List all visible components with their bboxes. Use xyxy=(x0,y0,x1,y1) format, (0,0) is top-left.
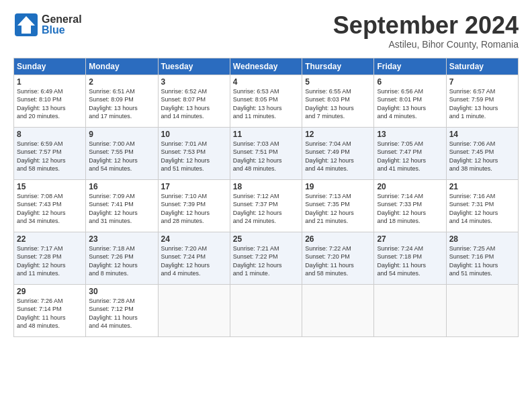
table-row: 23Sunrise: 7:18 AM Sunset: 7:26 PM Dayli… xyxy=(86,232,158,284)
day-number: 21 xyxy=(449,182,515,191)
day-info: Sunrise: 7:28 AM Sunset: 7:12 PM Dayligh… xyxy=(89,297,154,330)
day-number: 25 xyxy=(233,234,299,244)
table-row: 15Sunrise: 7:08 AM Sunset: 7:43 PM Dayli… xyxy=(14,179,86,232)
table-row: 6Sunrise: 6:56 AM Sunset: 8:01 PM Daylig… xyxy=(374,75,446,127)
day-number: 6 xyxy=(377,77,443,87)
table-row: 8Sunrise: 6:59 AM Sunset: 7:57 PM Daylig… xyxy=(14,127,86,179)
calendar-week-row: 15Sunrise: 7:08 AM Sunset: 7:43 PM Dayli… xyxy=(14,179,519,232)
day-number: 16 xyxy=(89,182,154,191)
table-row: 9Sunrise: 7:00 AM Sunset: 7:55 PM Daylig… xyxy=(86,127,158,179)
day-number: 13 xyxy=(377,130,443,139)
col-sunday: Sunday xyxy=(14,58,86,75)
day-number: 28 xyxy=(449,234,515,244)
logo-blue-text: Blue xyxy=(42,25,82,36)
table-row: 22Sunrise: 7:17 AM Sunset: 7:28 PM Dayli… xyxy=(14,232,86,284)
day-info: Sunrise: 6:49 AM Sunset: 8:10 PM Dayligh… xyxy=(17,87,83,121)
day-number: 27 xyxy=(377,234,443,244)
day-info: Sunrise: 7:25 AM Sunset: 7:16 PM Dayligh… xyxy=(449,244,515,278)
day-info: Sunrise: 7:10 AM Sunset: 7:39 PM Dayligh… xyxy=(161,192,227,226)
day-number: 26 xyxy=(305,234,371,244)
day-number: 29 xyxy=(17,287,83,296)
table-row: 29Sunrise: 7:26 AM Sunset: 7:14 PM Dayli… xyxy=(14,284,86,336)
table-row: 27Sunrise: 7:24 AM Sunset: 7:18 PM Dayli… xyxy=(374,232,446,284)
calendar-week-row: 1Sunrise: 6:49 AM Sunset: 8:10 PM Daylig… xyxy=(14,75,519,127)
day-info: Sunrise: 6:52 AM Sunset: 8:07 PM Dayligh… xyxy=(161,87,227,121)
header: General Blue September 2024 Astileu, Bih… xyxy=(13,12,519,50)
location: Astileu, Bihor County, Romania xyxy=(333,39,519,50)
day-number: 22 xyxy=(17,234,83,244)
day-info: Sunrise: 7:01 AM Sunset: 7:53 PM Dayligh… xyxy=(161,140,227,173)
table-row: 25Sunrise: 7:21 AM Sunset: 7:22 PM Dayli… xyxy=(230,232,302,284)
day-number: 30 xyxy=(89,287,154,296)
calendar-week-row: 8Sunrise: 6:59 AM Sunset: 7:57 PM Daylig… xyxy=(14,127,519,179)
day-number: 11 xyxy=(233,130,299,139)
day-number: 7 xyxy=(449,77,515,87)
day-info: Sunrise: 7:26 AM Sunset: 7:14 PM Dayligh… xyxy=(17,297,83,330)
day-info: Sunrise: 6:53 AM Sunset: 8:05 PM Dayligh… xyxy=(233,87,299,121)
day-info: Sunrise: 7:05 AM Sunset: 7:47 PM Dayligh… xyxy=(377,140,443,173)
col-wednesday: Wednesday xyxy=(230,58,302,75)
title-block: September 2024 Astileu, Bihor County, Ro… xyxy=(333,12,519,50)
day-info: Sunrise: 7:24 AM Sunset: 7:18 PM Dayligh… xyxy=(377,244,443,278)
logo-icon xyxy=(13,12,39,38)
day-info: Sunrise: 6:55 AM Sunset: 8:03 PM Dayligh… xyxy=(305,87,371,121)
day-number: 4 xyxy=(233,77,299,87)
day-info: Sunrise: 7:14 AM Sunset: 7:33 PM Dayligh… xyxy=(377,192,443,226)
table-row: 19Sunrise: 7:13 AM Sunset: 7:35 PM Dayli… xyxy=(302,179,374,232)
day-info: Sunrise: 7:03 AM Sunset: 7:51 PM Dayligh… xyxy=(233,140,299,173)
day-number: 1 xyxy=(17,77,83,87)
table-row: 2Sunrise: 6:51 AM Sunset: 8:09 PM Daylig… xyxy=(86,75,158,127)
day-info: Sunrise: 6:57 AM Sunset: 7:59 PM Dayligh… xyxy=(449,87,515,121)
table-row: 24Sunrise: 7:20 AM Sunset: 7:24 PM Dayli… xyxy=(158,232,230,284)
table-row: 4Sunrise: 6:53 AM Sunset: 8:05 PM Daylig… xyxy=(230,75,302,127)
calendar-week-row: 29Sunrise: 7:26 AM Sunset: 7:14 PM Dayli… xyxy=(14,284,519,336)
table-row: 3Sunrise: 6:52 AM Sunset: 8:07 PM Daylig… xyxy=(158,75,230,127)
table-row: 10Sunrise: 7:01 AM Sunset: 7:53 PM Dayli… xyxy=(158,127,230,179)
table-row: 13Sunrise: 7:05 AM Sunset: 7:47 PM Dayli… xyxy=(374,127,446,179)
logo-name: General Blue xyxy=(42,14,82,36)
table-row: 5Sunrise: 6:55 AM Sunset: 8:03 PM Daylig… xyxy=(302,75,374,127)
col-monday: Monday xyxy=(86,58,158,75)
table-row: 28Sunrise: 7:25 AM Sunset: 7:16 PM Dayli… xyxy=(446,232,518,284)
day-info: Sunrise: 7:22 AM Sunset: 7:20 PM Dayligh… xyxy=(305,244,371,278)
col-friday: Friday xyxy=(374,58,446,75)
day-info: Sunrise: 7:20 AM Sunset: 7:24 PM Dayligh… xyxy=(161,244,227,278)
day-info: Sunrise: 7:06 AM Sunset: 7:45 PM Dayligh… xyxy=(449,140,515,173)
day-number: 17 xyxy=(161,182,227,191)
day-number: 3 xyxy=(161,77,227,87)
day-number: 9 xyxy=(89,130,154,139)
day-number: 23 xyxy=(89,234,154,244)
day-number: 20 xyxy=(377,182,443,191)
table-row: 12Sunrise: 7:04 AM Sunset: 7:49 PM Dayli… xyxy=(302,127,374,179)
day-info: Sunrise: 7:09 AM Sunset: 7:41 PM Dayligh… xyxy=(89,192,154,226)
day-info: Sunrise: 7:04 AM Sunset: 7:49 PM Dayligh… xyxy=(305,140,371,173)
col-thursday: Thursday xyxy=(302,58,374,75)
day-number: 12 xyxy=(305,130,371,139)
table-row xyxy=(230,284,302,336)
day-number: 15 xyxy=(17,182,83,191)
day-info: Sunrise: 7:13 AM Sunset: 7:35 PM Dayligh… xyxy=(305,192,371,226)
day-number: 10 xyxy=(161,130,227,139)
day-number: 18 xyxy=(233,182,299,191)
table-row: 14Sunrise: 7:06 AM Sunset: 7:45 PM Dayli… xyxy=(446,127,518,179)
table-row: 26Sunrise: 7:22 AM Sunset: 7:20 PM Dayli… xyxy=(302,232,374,284)
col-tuesday: Tuesday xyxy=(158,58,230,75)
table-row: 18Sunrise: 7:12 AM Sunset: 7:37 PM Dayli… xyxy=(230,179,302,232)
day-info: Sunrise: 7:08 AM Sunset: 7:43 PM Dayligh… xyxy=(17,192,83,226)
day-number: 5 xyxy=(305,77,371,87)
table-row: 17Sunrise: 7:10 AM Sunset: 7:39 PM Dayli… xyxy=(158,179,230,232)
table-row: 1Sunrise: 6:49 AM Sunset: 8:10 PM Daylig… xyxy=(14,75,86,127)
day-info: Sunrise: 7:17 AM Sunset: 7:28 PM Dayligh… xyxy=(17,244,83,278)
calendar-header-row: Sunday Monday Tuesday Wednesday Thursday… xyxy=(14,58,519,75)
day-info: Sunrise: 7:00 AM Sunset: 7:55 PM Dayligh… xyxy=(89,140,154,173)
day-info: Sunrise: 6:56 AM Sunset: 8:01 PM Dayligh… xyxy=(377,87,443,121)
day-info: Sunrise: 7:16 AM Sunset: 7:31 PM Dayligh… xyxy=(449,192,515,226)
logo-general-text: General xyxy=(42,14,82,25)
day-number: 24 xyxy=(161,234,227,244)
day-info: Sunrise: 6:51 AM Sunset: 8:09 PM Dayligh… xyxy=(89,87,154,121)
calendar: Sunday Monday Tuesday Wednesday Thursday… xyxy=(13,58,519,337)
table-row xyxy=(158,284,230,336)
month-title: September 2024 xyxy=(333,12,519,39)
logo: General Blue xyxy=(13,12,82,38)
day-info: Sunrise: 7:21 AM Sunset: 7:22 PM Dayligh… xyxy=(233,244,299,278)
